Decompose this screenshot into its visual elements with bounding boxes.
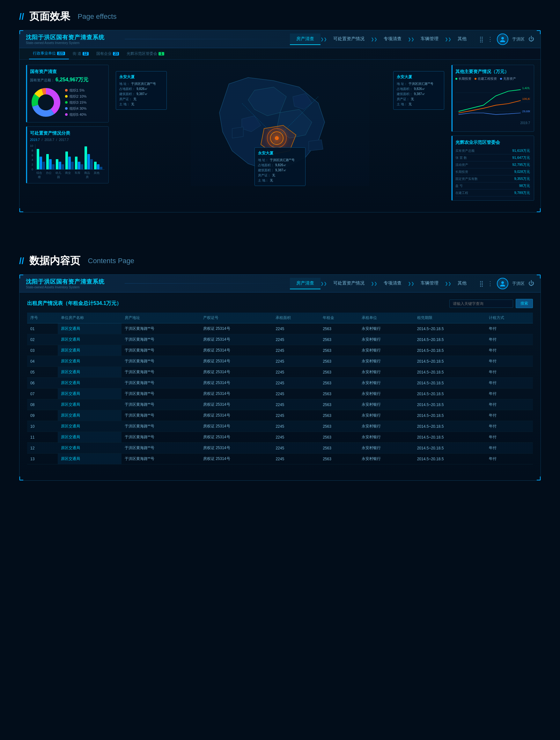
table-cell[interactable]: 原区交通局 (58, 443, 121, 454)
map-tooltip-2: 永安大厦 地 址：于洪区洪汇路**号 占地面积：9,826㎡ 建筑面积：9,38… (255, 147, 305, 186)
nav-item-3[interactable]: 车辆管理 (414, 33, 445, 45)
dots-icon[interactable]: ⋮ (487, 36, 493, 43)
data-table-panel: 沈阳于洪区国有资产清查系统 State-owned Assets Invento… (19, 274, 541, 481)
table-cell: 2563 (319, 334, 359, 345)
power-icon[interactable]: ⏻ (529, 36, 534, 42)
table-cell: 08 (27, 399, 58, 410)
table-cell: 年付 (486, 432, 533, 443)
table-cell: 房权证 25314号 (200, 432, 273, 443)
table-cell[interactable]: 原区交通局 (58, 378, 121, 388)
guanghui-table-row: 盘 亏 98万元 (455, 182, 530, 189)
system-title-en: State-owned Assets Inventory System (26, 41, 115, 44)
user-label-2: 于洪区 (512, 281, 525, 286)
user-avatar-2 (497, 278, 508, 289)
svg-text:1,423,111: 1,423,111 (523, 86, 530, 90)
sub-nav: 行政事业单位 223 街 道 12 国有企业 23 光辉示范区管委会 1 (19, 48, 541, 60)
table-cell[interactable]: 原区交通局 (58, 399, 121, 410)
table-cell: 2245 (272, 399, 319, 410)
sub-nav-item-2[interactable]: 国有企业 23 (92, 48, 123, 59)
table-cell: 于洪区黄海路**号 (121, 454, 200, 464)
table-column-header: 承租面积 (272, 312, 319, 323)
guanghui-table-row: 流动资产 92,795万元 (455, 161, 530, 168)
nav-item2-3[interactable]: 车辆管理 (414, 278, 445, 289)
table-cell: 于洪区黄海路**号 (121, 399, 200, 410)
guanghui-value: 91,619万元 (497, 147, 530, 154)
table-cell[interactable]: 原区交通局 (58, 323, 121, 334)
table-cell[interactable]: 原区交通局 (58, 367, 121, 378)
nav-item-0[interactable]: 房产清查 (290, 33, 320, 45)
bars-wrapper (35, 144, 105, 170)
table-cell: 年付 (486, 345, 533, 356)
table-cell[interactable]: 原区交通局 (58, 421, 121, 432)
nav-item2-0[interactable]: 房产清查 (290, 278, 320, 289)
data-table-body: 01原区交通局于洪区黄海路**号房权证 25314号22452563永安村银行2… (27, 323, 533, 464)
table-cell: 09 (27, 410, 58, 421)
section2-header: // 数据内容页 Contents Page (0, 244, 560, 274)
table-cell: 于洪区黄海路**号 (121, 388, 200, 399)
spacer1 (0, 225, 560, 244)
table-cell[interactable]: 原区交通局 (58, 356, 121, 367)
section1-title-cn: 页面效果 (29, 10, 70, 24)
table-column-header: 产权证号 (200, 312, 273, 323)
nav-item2-4[interactable]: 其他 (451, 278, 473, 289)
table-cell: 2563 (319, 454, 359, 464)
table-cell[interactable]: 原区交通局 (58, 345, 121, 356)
table-cell: 2245 (272, 356, 319, 367)
table-row: 03原区交通局于洪区黄海路**号房权证 25314号22452563永安村银行2… (27, 345, 533, 356)
nav-item2-1[interactable]: 可处置资产情况 (327, 278, 371, 289)
power-icon-2[interactable]: ⏻ (529, 280, 534, 287)
system-title-cn-2: 沈阳于洪区国有资产清查系统 (26, 278, 115, 285)
guanghui-table-row: 固定资产实有数 9,355万元 (455, 175, 530, 182)
grid-icon-2[interactable]: ⣿ (479, 280, 483, 287)
svg-point-7 (38, 94, 54, 110)
table-header-row: 出租房产情况表（年租金总计534.1万元） 搜索 (27, 299, 533, 308)
table-cell: 房权证 25314号 (200, 323, 273, 334)
table-cell: 06 (27, 378, 58, 388)
table-cell[interactable]: 原区交通局 (58, 334, 121, 345)
grid-icon[interactable]: ⣿ (479, 36, 483, 43)
table-cell[interactable]: 原区交通局 (58, 432, 121, 443)
table-row: 06原区交通局于洪区黄海路**号房权证 25314号22452563永安村银行2… (27, 378, 533, 388)
map-tooltip-0: 永安大厦 地 址：于洪区洪汇路**号 占地面积：9,826㎡ 建筑面积：9,38… (116, 71, 167, 110)
table-cell: 2245 (272, 443, 319, 454)
table-cell: 于洪区黄海路**号 (121, 345, 200, 356)
system-title-block: 沈阳于洪区国有资产清查系统 State-owned Assets Invento… (26, 33, 115, 44)
nav-item-1[interactable]: 可处置资产情况 (327, 33, 371, 45)
table-cell[interactable]: 原区交通局 (58, 454, 121, 464)
chart-year-label: 2019.7 (455, 121, 530, 125)
left-panel: 国有资产清查 国有资产总额： 6,254,967万元 (26, 65, 109, 201)
asset-subtitle: 国有资产总额： 6,254,967万元 (30, 77, 105, 83)
table-cell: 04 (27, 356, 58, 367)
table-cell: 永安村银行 (359, 410, 414, 421)
table-cell: 永安村银行 (359, 334, 414, 345)
search-button[interactable]: 搜索 (516, 299, 533, 308)
dots-icon-2[interactable]: ⋮ (487, 280, 493, 287)
guanghui-label: 张 置 数 (455, 154, 497, 161)
table-cell: 房权证 25314号 (200, 345, 273, 356)
table-cell: 2563 (319, 356, 359, 367)
nav-item-4[interactable]: 其他 (451, 33, 473, 45)
nav-item-2[interactable]: 专项清查 (377, 33, 408, 45)
section1-header: // 页面效果 Page effects (0, 0, 560, 30)
table-cell: 房权证 25314号 (200, 367, 273, 378)
table-cell: 年付 (486, 378, 533, 388)
table-cell: 年付 (486, 454, 533, 464)
table-cell[interactable]: 原区交通局 (58, 410, 121, 421)
table-cell: 于洪区黄海路**号 (121, 443, 200, 454)
guanghui-label: 在建工程 (455, 189, 497, 196)
sub-nav-item-0[interactable]: 行政事业单位 223 (29, 48, 69, 59)
nav-item2-2[interactable]: 专项清查 (377, 278, 408, 289)
sub-nav-item-3[interactable]: 光辉示范区管委会 1 (123, 48, 168, 59)
table-cell: 永安村银行 (359, 378, 414, 388)
table-cell[interactable]: 原区交通局 (58, 388, 121, 399)
bar-chart-area: 2019.7 / 2018.7 / 2017.7 10 8 6 4 2 (30, 138, 105, 179)
section1-slash: // (19, 11, 24, 22)
table-row: 05原区交通局于洪区黄海路**号房权证 25314号22452563永安村银行2… (27, 367, 533, 378)
table-cell: 01 (27, 323, 58, 334)
sub-nav-item-1[interactable]: 街 道 12 (69, 48, 92, 59)
search-input[interactable] (449, 299, 513, 308)
table-cell: 02 (27, 334, 58, 345)
legend-item-construction: 在建工程投资 (475, 77, 497, 81)
guanghui-value: 92,795万元 (497, 161, 530, 168)
legend-item-1: 组织2 10% (65, 94, 86, 99)
